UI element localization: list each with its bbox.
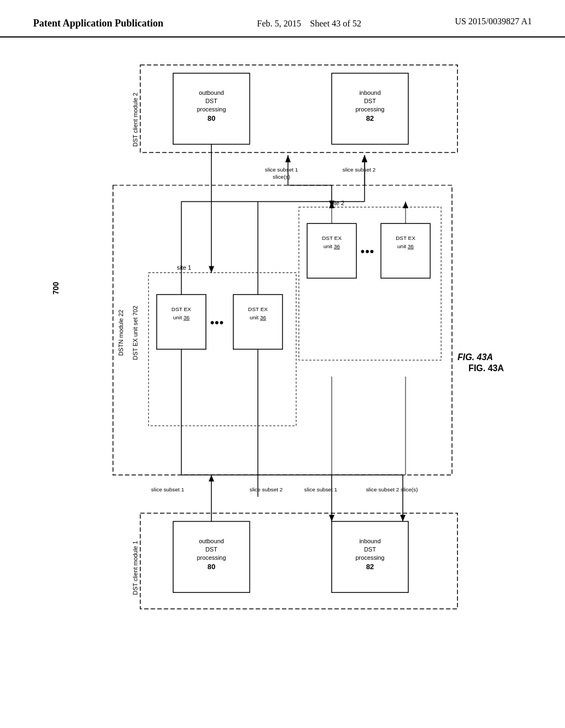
svg-text:DST EX: DST EX: [172, 306, 191, 312]
fig-number: 700: [51, 281, 60, 294]
svg-text:80: 80: [207, 562, 215, 570]
svg-text:80: 80: [207, 114, 215, 122]
svg-text:unit 36: unit 36: [250, 314, 266, 320]
svg-text:82: 82: [366, 562, 374, 570]
svg-text:DST: DST: [205, 546, 217, 553]
dots-s1: ●●●: [210, 317, 223, 326]
site-1-label: site 1: [177, 264, 191, 271]
dst-client-module-2-label: DST client module 2: [132, 93, 138, 147]
page-header: Patent Application Publication Feb. 5, 2…: [0, 0, 565, 38]
outbound-label-top: outbound: [199, 89, 223, 96]
svg-marker-31: [400, 515, 406, 521]
patent-number: US 2015/0039827 A1: [455, 17, 532, 26]
ss1-bot-label: slice subset 1: [151, 486, 185, 493]
svg-text:inbound: inbound: [359, 538, 381, 544]
svg-text:DST EX: DST EX: [322, 235, 342, 241]
svg-text:82: 82: [366, 114, 374, 122]
ss1-bot-label2: slice subset 1: [304, 486, 338, 493]
svg-text:DST: DST: [364, 546, 376, 553]
dstn-module-22-label: DSTN module 22: [118, 309, 124, 356]
slice-subset-1-label-top: slice subset 1: [265, 167, 299, 173]
dst-ex-unit-36-right-s2: [381, 223, 430, 278]
dst-client-module-1-label: DST client module 1: [132, 540, 138, 595]
svg-marker-29: [209, 475, 214, 481]
dots-s2: ●●●: [360, 246, 374, 255]
ss2-slices-label: slice subset 2 slice(s): [366, 486, 418, 493]
svg-text:DST EX: DST EX: [396, 235, 415, 241]
svg-marker-16: [209, 266, 214, 272]
svg-text:processing: processing: [197, 106, 226, 113]
svg-marker-18: [362, 155, 367, 162]
dst-client-module-2-box: [140, 65, 457, 152]
svg-text:processing: processing: [355, 554, 385, 560]
diagram-area: FIG. 43A 700 DST client module 2 outboun…: [0, 38, 565, 688]
svg-text:inbound: inbound: [359, 89, 381, 96]
dst-client-module-1-box: [140, 513, 457, 608]
dst-ex-unit-set-label: DST EX unit set 702: [132, 306, 138, 360]
svg-text:unit 36: unit 36: [397, 243, 414, 249]
header-center: Feb. 5, 2015 Sheet 43 of 52: [257, 17, 361, 31]
svg-marker-30: [329, 515, 334, 521]
dst-ex-unit-36-left-s1: [157, 295, 206, 349]
fig-43a-label: FIG. 43A: [457, 352, 493, 362]
site-2-box: [299, 207, 441, 360]
svg-text:slice(s): slice(s): [273, 174, 290, 180]
dst-ex-unit-36-right-s1: [233, 295, 282, 349]
svg-text:unit 36: unit 36: [323, 243, 340, 249]
svg-text:DST: DST: [205, 98, 217, 104]
arrow-up-1: [285, 155, 291, 162]
svg-marker-20: [403, 201, 408, 208]
svg-text:processing: processing: [355, 106, 385, 113]
fig-label: FIG. 43A: [468, 363, 504, 372]
svg-text:outbound: outbound: [199, 538, 223, 544]
publication-title: Patent Application Publication: [33, 17, 163, 30]
svg-text:DST EX: DST EX: [248, 306, 268, 312]
slice-subset-2-label-top: slice subset 2: [343, 167, 376, 173]
dst-ex-unit-36-left-s2: [307, 223, 356, 278]
svg-text:DST: DST: [364, 98, 376, 104]
ss2-bot-label: slice subset 2: [249, 486, 283, 493]
svg-text:unit 36: unit 36: [173, 314, 190, 320]
svg-text:processing: processing: [197, 554, 226, 560]
